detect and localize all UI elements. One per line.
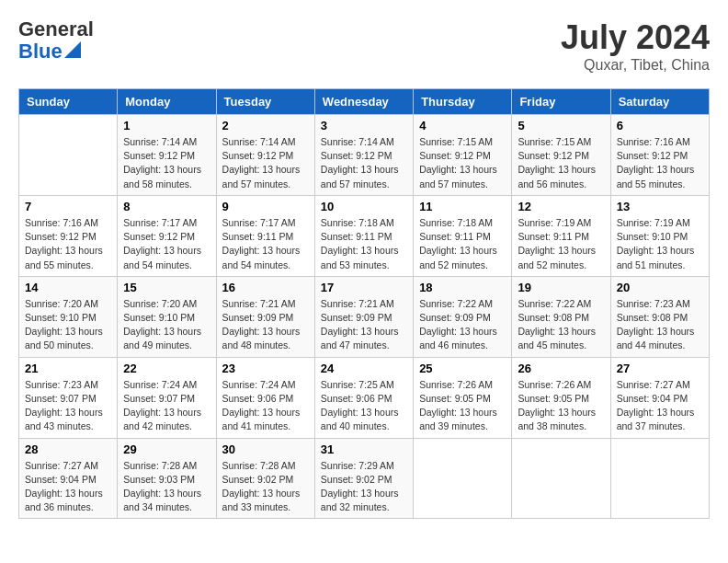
day-cell: 1Sunrise: 7:14 AM Sunset: 9:12 PM Daylig… <box>118 115 216 196</box>
month-year: July 2024 <box>561 18 710 57</box>
day-number: 14 <box>25 281 111 294</box>
day-number: 19 <box>518 281 604 294</box>
day-cell: 2Sunrise: 7:14 AM Sunset: 9:12 PM Daylig… <box>216 115 314 196</box>
calendar-body: 1Sunrise: 7:14 AM Sunset: 9:12 PM Daylig… <box>19 115 710 519</box>
day-cell: 31Sunrise: 7:29 AM Sunset: 9:02 PM Dayli… <box>314 438 413 519</box>
day-info: Sunrise: 7:16 AM Sunset: 9:12 PM Dayligh… <box>25 216 111 272</box>
day-info: Sunrise: 7:18 AM Sunset: 9:11 PM Dayligh… <box>321 216 407 272</box>
day-cell: 26Sunrise: 7:26 AM Sunset: 9:05 PM Dayli… <box>512 357 610 438</box>
logo: General Blue <box>18 18 94 63</box>
day-info: Sunrise: 7:26 AM Sunset: 9:05 PM Dayligh… <box>419 378 506 434</box>
day-number: 15 <box>123 281 210 294</box>
day-cell: 19Sunrise: 7:22 AM Sunset: 9:08 PM Dayli… <box>512 276 610 357</box>
day-cell: 29Sunrise: 7:28 AM Sunset: 9:03 PM Dayli… <box>118 438 216 519</box>
week-row-2: 14Sunrise: 7:20 AM Sunset: 9:10 PM Dayli… <box>19 276 710 357</box>
day-number: 1 <box>123 119 210 132</box>
day-header-friday: Friday <box>512 89 610 115</box>
day-header-thursday: Thursday <box>414 89 512 115</box>
day-info: Sunrise: 7:15 AM Sunset: 9:12 PM Dayligh… <box>518 135 604 191</box>
day-number: 27 <box>617 362 703 375</box>
day-cell: 25Sunrise: 7:26 AM Sunset: 9:05 PM Dayli… <box>414 357 512 438</box>
day-header-saturday: Saturday <box>610 89 709 115</box>
day-cell: 17Sunrise: 7:21 AM Sunset: 9:09 PM Dayli… <box>314 276 413 357</box>
day-info: Sunrise: 7:24 AM Sunset: 9:07 PM Dayligh… <box>123 378 210 434</box>
day-info: Sunrise: 7:27 AM Sunset: 9:04 PM Dayligh… <box>25 459 111 515</box>
day-info: Sunrise: 7:19 AM Sunset: 9:10 PM Dayligh… <box>617 216 703 272</box>
day-cell: 10Sunrise: 7:18 AM Sunset: 9:11 PM Dayli… <box>314 195 413 276</box>
day-info: Sunrise: 7:22 AM Sunset: 9:09 PM Dayligh… <box>419 297 506 353</box>
header-row: SundayMondayTuesdayWednesdayThursdayFrid… <box>19 89 710 115</box>
day-number: 8 <box>123 200 210 213</box>
day-number: 23 <box>222 362 309 375</box>
location: Quxar, Tibet, China <box>561 57 710 74</box>
day-info: Sunrise: 7:15 AM Sunset: 9:12 PM Dayligh… <box>419 135 506 191</box>
week-row-1: 7Sunrise: 7:16 AM Sunset: 9:12 PM Daylig… <box>19 195 710 276</box>
day-number: 12 <box>518 200 604 213</box>
day-cell <box>414 438 512 519</box>
day-cell: 6Sunrise: 7:16 AM Sunset: 9:12 PM Daylig… <box>610 115 709 196</box>
day-number: 4 <box>419 119 506 132</box>
day-number: 17 <box>321 281 407 294</box>
day-number: 20 <box>617 281 703 294</box>
page-header: General Blue July 2024 Quxar, Tibet, Chi… <box>18 18 710 74</box>
day-info: Sunrise: 7:14 AM Sunset: 9:12 PM Dayligh… <box>222 135 309 191</box>
week-row-4: 28Sunrise: 7:27 AM Sunset: 9:04 PM Dayli… <box>19 438 710 519</box>
day-number: 24 <box>321 362 407 375</box>
day-cell: 9Sunrise: 7:17 AM Sunset: 9:11 PM Daylig… <box>216 195 314 276</box>
day-number: 22 <box>123 362 210 375</box>
day-number: 28 <box>25 442 111 456</box>
day-number: 7 <box>25 200 111 213</box>
day-number: 18 <box>419 281 506 294</box>
day-number: 3 <box>321 119 407 132</box>
day-info: Sunrise: 7:17 AM Sunset: 9:12 PM Dayligh… <box>123 216 210 272</box>
day-cell: 22Sunrise: 7:24 AM Sunset: 9:07 PM Dayli… <box>118 357 216 438</box>
day-info: Sunrise: 7:21 AM Sunset: 9:09 PM Dayligh… <box>222 297 309 353</box>
day-cell: 27Sunrise: 7:27 AM Sunset: 9:04 PM Dayli… <box>610 357 709 438</box>
svg-marker-0 <box>64 41 81 58</box>
day-number: 13 <box>617 200 703 213</box>
day-info: Sunrise: 7:25 AM Sunset: 9:06 PM Dayligh… <box>321 378 407 434</box>
week-row-3: 21Sunrise: 7:23 AM Sunset: 9:07 PM Dayli… <box>19 357 710 438</box>
day-number: 25 <box>419 362 506 375</box>
day-info: Sunrise: 7:17 AM Sunset: 9:11 PM Dayligh… <box>222 216 309 272</box>
day-cell: 16Sunrise: 7:21 AM Sunset: 9:09 PM Dayli… <box>216 276 314 357</box>
logo-icon <box>64 38 81 58</box>
day-header-monday: Monday <box>118 89 216 115</box>
day-cell: 8Sunrise: 7:17 AM Sunset: 9:12 PM Daylig… <box>118 195 216 276</box>
week-row-0: 1Sunrise: 7:14 AM Sunset: 9:12 PM Daylig… <box>19 115 710 196</box>
day-cell: 5Sunrise: 7:15 AM Sunset: 9:12 PM Daylig… <box>512 115 610 196</box>
day-cell: 11Sunrise: 7:18 AM Sunset: 9:11 PM Dayli… <box>414 195 512 276</box>
calendar-table: SundayMondayTuesdayWednesdayThursdayFrid… <box>18 88 710 519</box>
day-info: Sunrise: 7:21 AM Sunset: 9:09 PM Dayligh… <box>321 297 407 353</box>
day-number: 26 <box>518 362 604 375</box>
calendar-header: SundayMondayTuesdayWednesdayThursdayFrid… <box>19 89 710 115</box>
day-number: 10 <box>321 200 407 213</box>
day-number: 29 <box>123 442 210 456</box>
title-block: July 2024 Quxar, Tibet, China <box>561 18 710 74</box>
day-info: Sunrise: 7:28 AM Sunset: 9:02 PM Dayligh… <box>222 459 309 515</box>
day-number: 5 <box>518 119 604 132</box>
day-info: Sunrise: 7:28 AM Sunset: 9:03 PM Dayligh… <box>123 459 210 515</box>
day-cell <box>610 438 709 519</box>
day-cell: 28Sunrise: 7:27 AM Sunset: 9:04 PM Dayli… <box>19 438 118 519</box>
day-cell: 7Sunrise: 7:16 AM Sunset: 9:12 PM Daylig… <box>19 195 118 276</box>
day-number: 16 <box>222 281 309 294</box>
day-cell <box>512 438 610 519</box>
day-info: Sunrise: 7:16 AM Sunset: 9:12 PM Dayligh… <box>617 135 703 191</box>
day-info: Sunrise: 7:14 AM Sunset: 9:12 PM Dayligh… <box>321 135 407 191</box>
day-info: Sunrise: 7:18 AM Sunset: 9:11 PM Dayligh… <box>419 216 506 272</box>
day-header-tuesday: Tuesday <box>216 89 314 115</box>
day-cell <box>19 115 118 196</box>
day-info: Sunrise: 7:29 AM Sunset: 9:02 PM Dayligh… <box>321 459 407 515</box>
day-cell: 14Sunrise: 7:20 AM Sunset: 9:10 PM Dayli… <box>19 276 118 357</box>
day-cell: 4Sunrise: 7:15 AM Sunset: 9:12 PM Daylig… <box>414 115 512 196</box>
day-cell: 30Sunrise: 7:28 AM Sunset: 9:02 PM Dayli… <box>216 438 314 519</box>
day-info: Sunrise: 7:22 AM Sunset: 9:08 PM Dayligh… <box>518 297 604 353</box>
day-info: Sunrise: 7:24 AM Sunset: 9:06 PM Dayligh… <box>222 378 309 434</box>
logo-general: General <box>18 17 94 40</box>
day-info: Sunrise: 7:20 AM Sunset: 9:10 PM Dayligh… <box>25 297 111 353</box>
day-cell: 21Sunrise: 7:23 AM Sunset: 9:07 PM Dayli… <box>19 357 118 438</box>
day-header-wednesday: Wednesday <box>314 89 413 115</box>
day-info: Sunrise: 7:27 AM Sunset: 9:04 PM Dayligh… <box>617 378 703 434</box>
day-number: 31 <box>321 442 407 456</box>
